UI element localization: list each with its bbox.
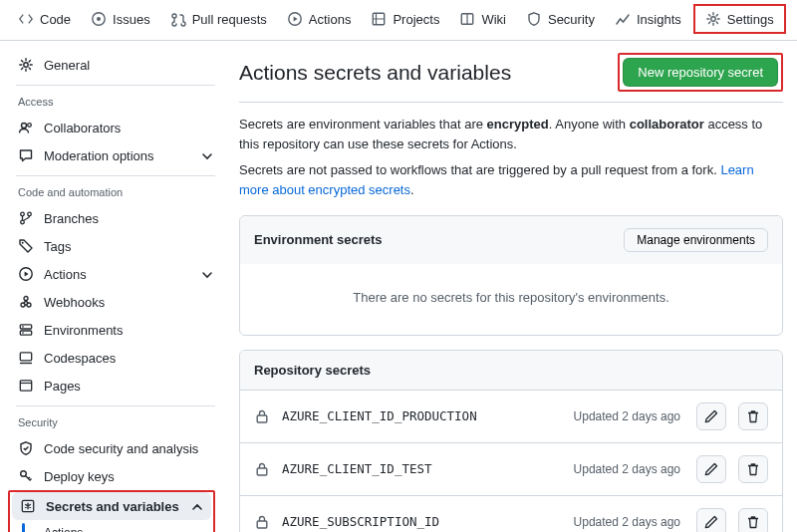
pull-request-icon: [170, 11, 186, 27]
sidebar-item-environments[interactable]: Environments: [10, 316, 221, 344]
tab-issues[interactable]: Issues: [83, 5, 158, 33]
tab-security[interactable]: Security: [518, 5, 603, 33]
new-repository-secret-button[interactable]: New repository secret: [623, 58, 778, 87]
sidebar-sub-actions-label: Actions: [44, 526, 83, 532]
tab-code[interactable]: Code: [10, 5, 79, 33]
tab-insights-label: Insights: [637, 12, 681, 27]
settings-sidebar: General Access Collaborators Moderation …: [0, 41, 221, 532]
secret-name: AZURE_SUBSCRIPTION_ID: [282, 514, 562, 529]
sidebar-heading-security: Security: [10, 406, 221, 434]
tab-wiki[interactable]: Wiki: [451, 5, 514, 33]
tag-icon: [18, 238, 34, 254]
intro-text-2: Secrets are not passed to workflows that…: [239, 160, 783, 200]
repository-secrets-panel: Repository secrets AZURE_CLIENT_ID_PRODU…: [239, 350, 783, 532]
tab-insights[interactable]: Insights: [607, 5, 689, 33]
sidebar-item-general[interactable]: General: [10, 51, 221, 79]
edit-secret-button[interactable]: [696, 402, 726, 430]
delete-secret-button[interactable]: [738, 402, 768, 430]
sidebar-item-actions[interactable]: Actions: [10, 260, 221, 288]
chevron-down-icon: [199, 148, 213, 162]
tab-actions[interactable]: Actions: [279, 5, 360, 33]
sidebar-heading-code: Code and automation: [10, 176, 221, 204]
sidebar-collab-label: Collaborators: [44, 121, 121, 135]
main-content: Actions secrets and variables New reposi…: [221, 41, 797, 532]
sidebar-webhooks-label: Webhooks: [44, 295, 105, 310]
intro-text-1: Secrets are environment variables that a…: [239, 115, 783, 154]
sidebar-general-label: General: [44, 58, 90, 73]
play-icon: [287, 11, 303, 27]
sidebar-keys-label: Deploy keys: [44, 469, 115, 484]
tab-settings[interactable]: Settings: [693, 4, 786, 34]
sidebar-item-code-security[interactable]: Code security and analysis: [10, 434, 221, 462]
shield-icon: [526, 11, 542, 27]
secret-row: AZURE_SUBSCRIPTION_IDUpdated 2 days ago: [240, 495, 782, 532]
lock-icon: [254, 461, 270, 477]
delete-secret-button[interactable]: [738, 508, 768, 532]
tab-code-label: Code: [40, 12, 71, 27]
gear-icon: [705, 11, 721, 27]
people-icon: [18, 120, 34, 135]
lock-icon: [254, 408, 270, 424]
edit-secret-button[interactable]: [696, 455, 726, 483]
env-secrets-empty: There are no secrets for this repository…: [240, 264, 782, 335]
sidebar-tags-label: Tags: [44, 239, 71, 254]
sidebar-branches-label: Branches: [44, 211, 99, 226]
pencil-icon: [703, 514, 719, 530]
sidebar-subitem-actions[interactable]: Actions: [36, 520, 211, 532]
lock-icon: [254, 514, 270, 530]
play-icon: [18, 266, 34, 282]
secret-updated: Updated 2 days ago: [574, 409, 680, 423]
branch-icon: [18, 210, 34, 226]
sidebar-mod-label: Moderation options: [44, 148, 154, 163]
tab-projects[interactable]: Projects: [363, 5, 447, 33]
project-icon: [371, 11, 387, 27]
tab-issues-label: Issues: [113, 12, 150, 27]
key-icon: [18, 468, 34, 484]
environment-secrets-panel: Environment secrets Manage environments …: [239, 215, 783, 336]
annotation-box: New repository secret: [618, 53, 783, 92]
pencil-icon: [703, 461, 719, 477]
sidebar-item-branches[interactable]: Branches: [10, 204, 221, 232]
sidebar-codespaces-label: Codespaces: [44, 351, 116, 366]
secret-name: AZURE_CLIENT_ID_PRODUCTION: [282, 408, 562, 423]
tab-pull-requests[interactable]: Pull requests: [162, 5, 275, 33]
tab-pulls-label: Pull requests: [192, 12, 267, 27]
codespace-icon: [18, 350, 34, 366]
browser-icon: [18, 378, 34, 394]
sidebar-heading-access: Access: [10, 86, 221, 114]
edit-secret-button[interactable]: [696, 508, 726, 532]
annotation-box: Secrets and variables Actions: [8, 490, 215, 532]
sidebar-codesec-label: Code security and analysis: [44, 441, 198, 456]
secret-updated: Updated 2 days ago: [574, 515, 680, 529]
sidebar-item-tags[interactable]: Tags: [10, 232, 221, 260]
gear-icon: [18, 57, 34, 73]
sidebar-env-label: Environments: [44, 323, 123, 338]
tab-projects-label: Projects: [393, 12, 439, 27]
env-secrets-title: Environment secrets: [254, 232, 383, 247]
secret-name: AZURE_CLIENT_ID_TEST: [282, 461, 562, 476]
graph-icon: [615, 11, 631, 27]
sidebar-item-deploy-keys[interactable]: Deploy keys: [10, 462, 221, 490]
server-icon: [18, 322, 34, 338]
secret-updated: Updated 2 days ago: [574, 462, 680, 476]
chevron-down-icon: [199, 267, 213, 281]
page-title: Actions secrets and variables: [239, 61, 511, 85]
tab-settings-label: Settings: [727, 12, 774, 27]
sidebar-item-pages[interactable]: Pages: [10, 372, 221, 399]
manage-environments-button[interactable]: Manage environments: [624, 228, 768, 252]
sidebar-item-webhooks[interactable]: Webhooks: [10, 288, 221, 316]
repo-secrets-title: Repository secrets: [254, 363, 371, 378]
sidebar-secrets-label: Secrets and variables: [46, 499, 179, 514]
sidebar-item-secrets-variables[interactable]: Secrets and variables: [12, 492, 211, 520]
sidebar-item-codespaces[interactable]: Codespaces: [10, 344, 221, 372]
sidebar-pages-label: Pages: [44, 379, 81, 394]
book-icon: [459, 11, 475, 27]
sidebar-item-collaborators[interactable]: Collaborators: [10, 114, 221, 141]
pencil-icon: [703, 408, 719, 424]
tab-security-label: Security: [548, 12, 595, 27]
repo-tabs: Code Issues Pull requests Actions Projec…: [0, 0, 797, 41]
tab-wiki-label: Wiki: [481, 12, 506, 27]
delete-secret-button[interactable]: [738, 455, 768, 483]
secret-row: AZURE_CLIENT_ID_PRODUCTIONUpdated 2 days…: [240, 390, 782, 442]
sidebar-item-moderation[interactable]: Moderation options: [10, 141, 221, 169]
